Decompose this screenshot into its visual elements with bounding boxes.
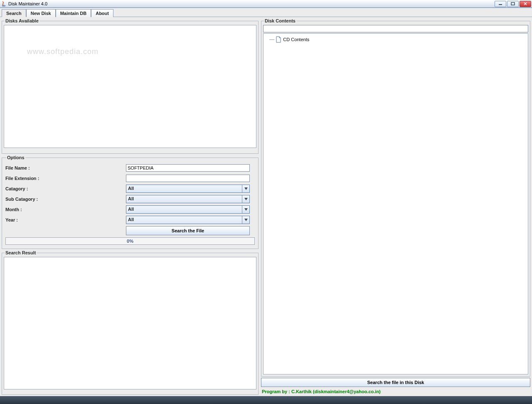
tab-new-disk[interactable]: New Disk [26, 9, 56, 17]
disks-available-legend: Disks Available [5, 18, 39, 23]
chevron-down-icon[interactable] [242, 185, 249, 192]
sub-category-select[interactable]: All [126, 195, 250, 203]
chevron-down-icon[interactable] [242, 206, 249, 213]
sub-category-value: All [126, 195, 242, 203]
window-title: Disk Maintainer 4.0 [8, 1, 47, 6]
disks-available-list[interactable] [4, 25, 256, 148]
year-label: Year : [5, 217, 126, 222]
month-label: Month : [5, 207, 126, 212]
sub-category-label: Sub Catagory : [5, 197, 126, 202]
year-value: All [126, 216, 242, 224]
file-extension-label: File Extension : [5, 176, 126, 181]
file-icon [276, 36, 281, 43]
svg-rect-1 [499, 4, 502, 5]
disks-available-group: Disks Available www.softpedia.com [2, 18, 259, 154]
titlebar: Disk Maintainer 4.0 [0, 0, 532, 8]
tab-search[interactable]: Search [2, 9, 26, 17]
chevron-down-icon[interactable] [242, 195, 249, 203]
search-result-group: Search Result [2, 250, 259, 395]
tree-connector-icon: ── [269, 37, 274, 42]
tree-root-label: CD Contents [283, 37, 309, 42]
file-name-input[interactable] [126, 164, 250, 172]
svg-point-0 [2, 5, 5, 6]
category-label: Catagory : [5, 186, 126, 191]
search-result-list[interactable] [4, 257, 256, 389]
file-extension-input[interactable] [126, 175, 250, 182]
progress-bar: 0% [5, 237, 255, 245]
month-value: All [126, 206, 242, 213]
disk-contents-path-input[interactable] [263, 25, 528, 32]
tab-about[interactable]: About [91, 9, 113, 17]
tab-bar: Search New Disk Maintain DB About [0, 8, 532, 17]
category-select[interactable]: All [126, 185, 250, 193]
options-group: Options File Name : File Extension : Cat… [2, 155, 259, 249]
file-name-label: File Name : [5, 165, 126, 170]
month-select[interactable]: All [126, 205, 250, 214]
chevron-down-icon[interactable] [242, 216, 249, 224]
java-app-icon [1, 1, 7, 7]
disk-contents-group: Disk Contents ── CD Contents [261, 18, 530, 377]
close-button[interactable] [520, 1, 531, 7]
maximize-button[interactable] [507, 1, 519, 7]
tab-maintain-db[interactable]: Maintain DB [56, 9, 91, 17]
tree-root-item[interactable]: ── CD Contents [269, 35, 525, 44]
svg-rect-2 [511, 2, 515, 5]
search-file-in-disk-button[interactable]: Search the file in this Disk [261, 378, 530, 387]
minimize-button[interactable] [495, 1, 506, 7]
disk-contents-tree[interactable]: ── CD Contents [263, 33, 528, 374]
disk-contents-legend: Disk Contents [264, 18, 296, 23]
search-result-legend: Search Result [5, 250, 37, 255]
search-file-button[interactable]: Search the File [126, 226, 250, 235]
year-select[interactable]: All [126, 216, 250, 224]
category-value: All [126, 185, 242, 192]
os-taskbar [0, 396, 532, 404]
options-legend: Options [6, 155, 25, 160]
program-credit: Program by : C.Karthik (diskmaintainer4@… [261, 388, 530, 395]
